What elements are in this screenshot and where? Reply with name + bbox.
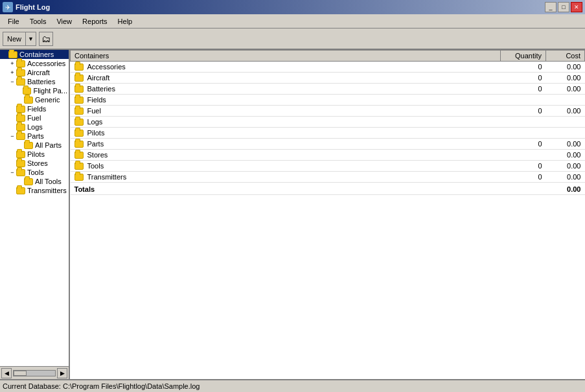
toolbar: New ▼ 🗂 <box>0 29 585 49</box>
sidebar-item-pilots[interactable]: Pilots <box>0 150 69 159</box>
table-row[interactable]: Accessories00.00 <box>71 62 585 73</box>
totals-quantity <box>501 183 546 195</box>
sidebar-item-generic[interactable]: Generic <box>0 95 69 104</box>
row-cost: 0.00 <box>546 73 585 84</box>
folder-icon-transmitters <box>16 187 25 194</box>
scroll-thumb[interactable] <box>14 371 27 376</box>
row-name: Fields <box>87 96 106 104</box>
sidebar-item-transmitters[interactable]: Transmitters <box>0 186 69 195</box>
table-row[interactable]: Pilots <box>71 128 585 139</box>
expand-icon-accessories[interactable]: + <box>9 60 16 67</box>
app-icon: ✈ <box>3 2 13 12</box>
row-quantity <box>501 150 546 161</box>
scroll-left-button[interactable]: ◀ <box>1 368 12 378</box>
col-header-cost[interactable]: Cost <box>546 51 585 62</box>
table-row[interactable]: Tools00.00 <box>71 161 585 172</box>
sidebar-label-all-tools: All Tools <box>35 178 62 185</box>
col-header-quantity[interactable]: Quantity <box>501 51 546 62</box>
table-row[interactable]: Transmitters00.00 <box>71 172 585 183</box>
row-name: Pilots <box>87 129 105 137</box>
sidebar-label-generic: Generic <box>35 96 60 104</box>
row-cost: 0.00 <box>546 172 585 183</box>
sidebar-item-aircraft[interactable]: +Aircraft <box>0 68 69 77</box>
sidebar-label-all-parts: All Parts <box>35 141 62 149</box>
sidebar-label-stores: Stores <box>27 159 48 167</box>
sidebar: Containers+Accessories+Aircraft−Batterie… <box>0 50 70 379</box>
row-cost: 0.00 <box>546 106 585 117</box>
row-cost: 0.00 <box>546 139 585 150</box>
new-dropdown-arrow[interactable]: ▼ <box>25 32 36 45</box>
close-button[interactable]: ✕ <box>571 2 582 12</box>
sidebar-item-batteries[interactable]: −Batteries <box>0 77 69 86</box>
table-row[interactable]: Aircraft00.00 <box>71 73 585 84</box>
sidebar-label-fuel: Fuel <box>27 114 41 122</box>
row-cost <box>546 95 585 106</box>
row-folder-icon <box>75 152 84 159</box>
sidebar-item-tools[interactable]: −Tools <box>0 168 69 177</box>
menu-reports[interactable]: Reports <box>77 16 113 27</box>
sidebar-label-tools: Tools <box>27 168 44 176</box>
row-quantity <box>501 95 546 106</box>
sidebar-item-stores[interactable]: Stores <box>0 159 69 168</box>
containers-table: Containers Quantity Cost Accessories00.0… <box>70 50 585 195</box>
sidebar-label-containers: Containers <box>19 51 54 58</box>
folder-icon-logs <box>16 124 25 131</box>
scroll-right-button[interactable]: ▶ <box>57 368 67 378</box>
sidebar-item-logs[interactable]: Logs <box>0 122 69 132</box>
row-folder-icon <box>75 86 84 93</box>
totals-row: Totals 0.00 <box>71 183 585 195</box>
row-name: Transmitters <box>87 173 127 181</box>
row-folder-icon <box>75 141 84 148</box>
minimize-button[interactable]: _ <box>545 2 556 12</box>
sidebar-label-logs: Logs <box>27 123 43 131</box>
row-folder-icon <box>75 108 84 115</box>
new-button[interactable]: New ▼ <box>3 32 36 46</box>
sidebar-item-all-tools[interactable]: All Tools <box>0 177 69 186</box>
menu-view[interactable]: View <box>51 16 77 27</box>
expand-icon-aircraft[interactable]: + <box>9 69 16 76</box>
table-row[interactable]: Logs <box>71 117 585 128</box>
sidebar-item-parts[interactable]: −Parts <box>0 132 69 141</box>
sidebar-item-flight-packs[interactable]: Flight Pa... <box>0 86 69 95</box>
expand-icon-tools[interactable]: − <box>9 169 16 176</box>
sidebar-label-aircraft: Aircraft <box>27 69 50 76</box>
menu-file[interactable]: File <box>3 16 25 27</box>
table-row[interactable]: Stores0.00 <box>71 150 585 161</box>
nav-icon: 🗂 <box>41 34 51 44</box>
row-folder-icon <box>75 63 84 71</box>
title-bar: ✈ Flight Log _ □ ✕ <box>0 0 585 14</box>
sidebar-item-all-parts[interactable]: All Parts <box>0 141 69 150</box>
table-row[interactable]: Batteries00.00 <box>71 84 585 95</box>
row-name: Batteries <box>87 85 115 93</box>
sidebar-label-flight-packs: Flight Pa... <box>33 87 67 95</box>
row-name: Accessories <box>87 63 126 71</box>
folder-icon-tools <box>16 169 25 176</box>
nav-button[interactable]: 🗂 <box>39 32 53 46</box>
folder-icon-batteries <box>16 78 25 86</box>
sidebar-label-parts: Parts <box>27 132 44 140</box>
sidebar-item-fields[interactable]: Fields <box>0 104 69 113</box>
row-folder-icon <box>75 130 84 137</box>
folder-icon-containers <box>8 51 17 58</box>
expand-icon-parts[interactable]: − <box>9 133 16 139</box>
sidebar-item-containers[interactable]: Containers <box>0 50 69 59</box>
sidebar-scrollbar: ◀ ▶ <box>0 366 69 379</box>
new-button-label: New <box>3 35 25 43</box>
row-cost <box>546 128 585 139</box>
menu-tools[interactable]: Tools <box>25 16 52 27</box>
folder-icon-stores <box>16 160 25 167</box>
col-header-containers[interactable]: Containers <box>71 51 501 62</box>
totals-label: Totals <box>71 183 501 195</box>
sidebar-item-accessories[interactable]: +Accessories <box>0 59 69 68</box>
table-row[interactable]: Fuel00.00 <box>71 106 585 117</box>
sidebar-item-fuel[interactable]: Fuel <box>0 113 69 122</box>
row-cost: 0.00 <box>546 150 585 161</box>
row-name: Fuel <box>87 107 101 115</box>
maximize-button[interactable]: □ <box>558 2 569 12</box>
expand-icon-batteries[interactable]: − <box>9 78 16 85</box>
menu-help[interactable]: Help <box>113 16 138 27</box>
table-row[interactable]: Parts00.00 <box>71 139 585 150</box>
tree-view: Containers+Accessories+Aircraft−Batterie… <box>0 50 69 366</box>
totals-cost: 0.00 <box>546 183 585 195</box>
table-row[interactable]: Fields <box>71 95 585 106</box>
